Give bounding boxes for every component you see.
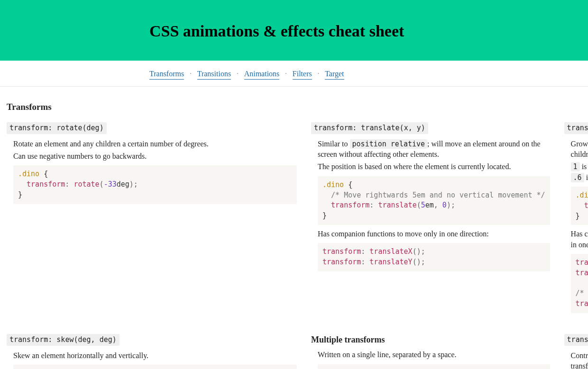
code-block: transform: scaleX(); transform: scaleY()… [571, 254, 588, 313]
desc-text: Has companion functions to move only in … [318, 229, 550, 239]
desc-text: Has companion functions to scale only in… [571, 229, 588, 250]
prop-chip: transform-origin [564, 334, 588, 346]
desc-text: Similar to position relative; will move … [318, 139, 550, 160]
cell-origin: transform-origin Control the anchor poin… [564, 334, 588, 369]
cell-translate: transform: translate(x, y) Similar to po… [311, 122, 550, 317]
page-nav: Transforms · Transitions · Animations · … [0, 61, 588, 87]
nav-filters[interactable]: Filters [293, 69, 312, 80]
code-block: transform: translateX(); transform: tran… [318, 243, 550, 271]
inline-code: position relative [350, 139, 428, 149]
page-title: CSS animations & effects cheat sheet [149, 0, 529, 61]
inline-code: .6 [571, 173, 584, 182]
desc-text: Rotate an element and any children a cer… [13, 139, 297, 149]
cell-skew: transform: skew(deg, deg) Skew an elemen… [7, 334, 297, 369]
desc-text: 1 is what the element currently is; .6 i… [571, 162, 588, 183]
subheading: Multiple transforms [311, 334, 550, 346]
code-block: .dino { transform: rotate(-33deg); } [13, 165, 297, 204]
cell-multiple: Multiple transforms Written on a single … [311, 334, 550, 369]
cheatsheet-grid: transform: rotate(deg) Rotate an element… [7, 122, 581, 369]
nav-sep: · [318, 69, 320, 79]
prop-chip: transform: translate(x, y) [311, 122, 428, 134]
hero-banner: CSS animations & effects cheat sheet [0, 0, 588, 61]
desc-text: Grow or shrink an element and all its ch… [571, 139, 588, 160]
inline-code: 1 [571, 162, 580, 171]
section-heading: Transforms [7, 101, 581, 114]
code-block: .dino { transform: rotate(33deg) scale(1… [318, 364, 550, 369]
desc-text: Control the anchor point for where the t… [571, 351, 588, 369]
code-block: .dino { /* Move rightwards 5em and no ve… [318, 176, 550, 225]
cell-scale: transform: scale(factor) Grow or shrink … [564, 122, 588, 317]
desc-text: Can use negative numbers to go backwards… [13, 151, 297, 162]
nav-sep: · [237, 69, 239, 79]
prop-chip: transform: scale(factor) [564, 122, 588, 134]
nav-sep: · [190, 69, 192, 79]
nav-target[interactable]: Target [325, 69, 344, 80]
prop-chip: transform: skew(deg, deg) [7, 334, 119, 346]
nav-transitions[interactable]: Transitions [197, 69, 231, 80]
desc-text: Skew an element horizontally and vertica… [13, 351, 297, 361]
nav-animations[interactable]: Animations [244, 69, 280, 80]
code-block: .dino { /* Leaving the second value off … [13, 365, 297, 369]
desc-text: Written on a single line, separated by a… [318, 350, 550, 360]
desc-text: The position is based on where the eleme… [318, 162, 550, 172]
nav-transforms[interactable]: Transforms [149, 69, 184, 80]
code-block: .dino { transform: scale(1.4); } [571, 187, 588, 225]
cell-rotate: transform: rotate(deg) Rotate an element… [7, 122, 297, 317]
prop-chip: transform: rotate(deg) [7, 122, 107, 134]
nav-sep: · [285, 69, 287, 79]
